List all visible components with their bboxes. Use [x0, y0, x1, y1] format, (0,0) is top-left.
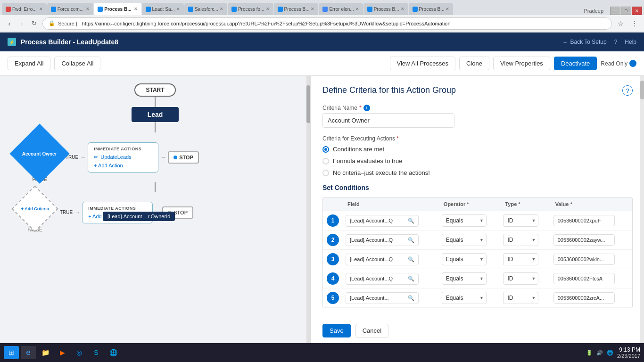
view-properties-button[interactable]: View Properties: [493, 57, 550, 70]
criteria-name-info-icon[interactable]: i: [363, 105, 370, 111]
radio-conditions-met[interactable]: Conditions are met: [322, 146, 633, 153]
taskbar-system-area: 🔋 🔊 🌐 9:13 PM 2/23/2017: [586, 346, 640, 359]
forward-nav-button[interactable]: ›: [16, 18, 27, 29]
tab-process-fo[interactable]: Process fo... ✕: [228, 3, 273, 15]
pencil-icon: ✏: [94, 154, 98, 160]
row-num-4[interactable]: 4: [327, 272, 339, 285]
maximize-button[interactable]: □: [621, 7, 631, 15]
bookmark-button[interactable]: ☆: [615, 18, 626, 29]
taskbar-app3-item[interactable]: ◎: [72, 346, 87, 359]
tab-error[interactable]: Error elen... ✕: [319, 3, 363, 15]
read-only-info-icon[interactable]: i: [629, 60, 636, 67]
table-row: 4 [Lead].Account...Q 🔍 Equals ▼ ID ▼: [323, 269, 632, 288]
close-button[interactable]: ✕: [632, 7, 642, 15]
type-select-5[interactable]: ID: [503, 292, 538, 304]
row-num-1[interactable]: 1: [327, 214, 339, 227]
add-action-btn-2[interactable]: + Add Action: [88, 214, 147, 219]
right-panel: Define Criteria for this Action Group ? …: [311, 76, 644, 344]
start-button[interactable]: ⊞: [4, 346, 19, 359]
deactivate-button[interactable]: Deactivate: [554, 57, 597, 70]
radio-no-criteria[interactable]: No criteria–just execute the actions!: [322, 169, 633, 176]
type-select-2[interactable]: ID: [503, 234, 538, 246]
browser-chrome: Fwd: Erro... ✕ Force.com... ✕ Process B.…: [0, 0, 644, 33]
settings-icon[interactable]: ⋮: [629, 18, 640, 29]
operator-select-2[interactable]: Equals: [442, 234, 487, 246]
operator-select-5[interactable]: Equals: [442, 292, 487, 304]
panel-scrollbar[interactable]: [640, 76, 644, 344]
operator-select-1[interactable]: Equals: [442, 214, 487, 227]
criteria-col: Account Owner FALSE: [18, 132, 61, 182]
value-field-5: 00536000002zrcA...: [553, 292, 615, 304]
criteria-name-group: Criteria Name * i: [322, 105, 633, 128]
arrow-right-1: →: [80, 154, 86, 161]
type-select-1[interactable]: ID: [503, 214, 538, 227]
criteria-executing-label: Criteria for Executing Actions *: [322, 135, 633, 142]
row-num-2[interactable]: 2: [327, 234, 339, 246]
type-select-3[interactable]: ID: [503, 253, 538, 265]
add-criteria-diamond[interactable]: + Add Criteria: [12, 186, 58, 232]
field-lookup-2[interactable]: [Lead].Account...Q 🔍: [346, 234, 419, 246]
search-icon-4: 🔍: [408, 276, 414, 282]
help-link[interactable]: ?: [614, 39, 618, 45]
panel-scrollbar-thumb[interactable]: [640, 81, 644, 99]
taskbar-skype-item[interactable]: S: [89, 346, 104, 359]
start-node: START: [134, 83, 175, 97]
panel-help-button[interactable]: ?: [622, 85, 633, 96]
add-action-btn[interactable]: + Add Action: [94, 163, 152, 168]
taskbar-ie-item[interactable]: e: [21, 346, 36, 359]
url-bar[interactable]: 🔒 Secure | https://xinnix--configero.lig…: [42, 17, 612, 30]
add-criteria-col: + Add Criteria FALSE: [18, 192, 51, 232]
canvas-scrollbar-thumb[interactable]: [306, 85, 310, 123]
canvas-scrollbar[interactable]: [306, 76, 310, 344]
help-label[interactable]: Help: [625, 39, 636, 45]
tab-process-b3[interactable]: Process B... ✕: [363, 3, 408, 15]
criteria-name-input[interactable]: [322, 113, 454, 128]
type-select-4[interactable]: ID: [503, 272, 538, 285]
taskbar-media-item[interactable]: ▶: [55, 346, 70, 359]
tab-lead[interactable]: Lead: Sa... ✕: [142, 3, 184, 15]
taskbar-date: 2/23/2017: [617, 353, 640, 359]
taskbar-folder-item[interactable]: 📁: [38, 346, 53, 359]
user-name[interactable]: Pradeep: [581, 7, 606, 15]
stop-node-2: STOP: [162, 206, 193, 219]
taskbar-battery-icon: 🔋: [586, 350, 593, 356]
criteria-diamond[interactable]: Account Owner: [9, 123, 69, 183]
tab-process-b4[interactable]: Process B... ✕: [409, 3, 454, 15]
app-title: Process Builder - LeadUpdate8: [21, 38, 118, 46]
action-item[interactable]: ✏ UpdateLeads: [94, 154, 152, 160]
collapse-all-button[interactable]: Collapse All: [54, 57, 100, 70]
field-lookup-5[interactable]: [Lead].Account... 🔍: [346, 292, 419, 304]
row-num-5[interactable]: 5: [327, 292, 339, 304]
field-lookup-1[interactable]: [Lead].Account...Q 🔍: [346, 215, 419, 227]
save-button[interactable]: Save: [322, 324, 351, 337]
tab-process-b2[interactable]: Process B... ✕: [274, 3, 319, 15]
back-to-setup-link[interactable]: ← Back To Setup: [562, 39, 606, 46]
field-lookup-3[interactable]: [Lead].Account...Q 🔍: [346, 254, 419, 265]
clone-button[interactable]: Clone: [459, 57, 489, 70]
back-nav-button[interactable]: ‹: [4, 18, 15, 29]
canvas: START Lead Account Owner FALSE: [0, 76, 311, 344]
stop-dot-grey: [168, 211, 172, 214]
required-star: *: [359, 105, 362, 111]
canvas-scroll[interactable]: START Lead Account Owner FALSE: [0, 76, 310, 344]
table-row: 5 [Lead].Account... 🔍 Equals ▼ ID ▼: [323, 288, 632, 308]
minimize-button[interactable]: —: [610, 7, 620, 15]
tab-gmail[interactable]: Fwd: Erro... ✕: [2, 3, 47, 15]
taskbar: ⊞ e 📁 ▶ ◎ S 🌐 🔋 🔊 🌐 9:13 PM 2/23/2017: [0, 343, 644, 362]
view-all-processes-button[interactable]: View All Processes: [390, 57, 456, 70]
taskbar-chrome-item[interactable]: 🌐: [106, 346, 121, 359]
operator-select-4[interactable]: Equals: [442, 272, 487, 285]
object-node[interactable]: Lead: [132, 107, 179, 122]
operator-select-3[interactable]: Equals: [442, 253, 487, 265]
expand-all-button[interactable]: Expand All: [8, 57, 50, 70]
cancel-button[interactable]: Cancel: [355, 324, 388, 337]
value-field-2: 00536000002zayw...: [553, 234, 615, 246]
tab-process-builder[interactable]: Process B... ✕: [94, 3, 141, 15]
tab-salesforce[interactable]: Salesforc... ✕: [184, 3, 227, 15]
radio-formula[interactable]: Formula evaluates to true: [322, 157, 633, 165]
field-lookup-4[interactable]: [Lead].Account...Q 🔍: [346, 273, 419, 285]
tab-force[interactable]: Force.com... ✕: [47, 3, 94, 15]
reload-nav-button[interactable]: ↻: [28, 18, 40, 29]
flow-container: START Lead Account Owner FALSE: [9, 83, 301, 232]
row-num-3[interactable]: 3: [327, 253, 339, 265]
